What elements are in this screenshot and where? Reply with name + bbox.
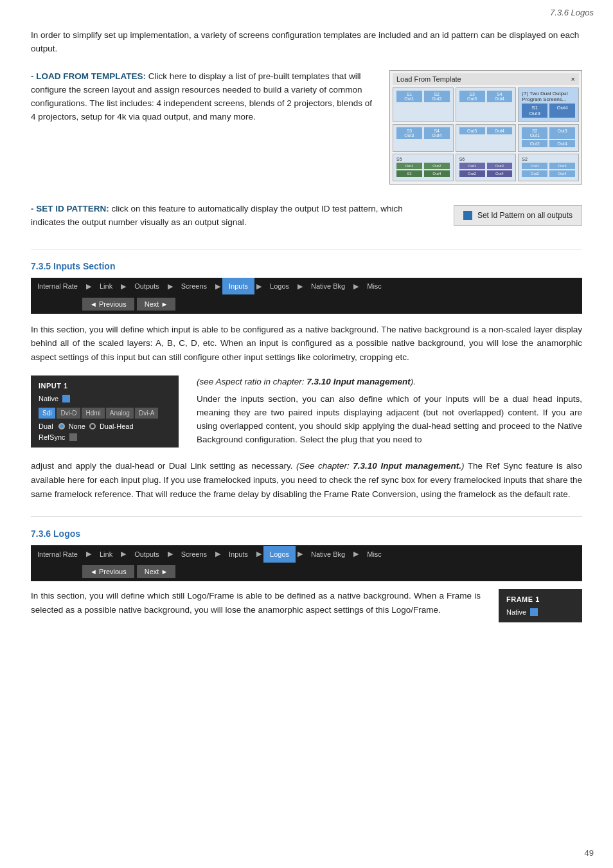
tab-dvia[interactable]: Dvi-A xyxy=(135,408,158,419)
nav-736-screens[interactable]: Screens xyxy=(175,546,213,563)
nav-735-bar: Internal Rate ▶ Link ▶ Outputs ▶ Screens… xyxy=(31,278,582,295)
dual-radio-group: None Dual-Head xyxy=(58,422,134,430)
dualhead-radio[interactable] xyxy=(89,423,96,429)
nav-736-arrow-1: ▶ xyxy=(84,545,93,563)
aspect-ratio-ref: (see Aspect ratio in chapter: 7.3.10 Inp… xyxy=(197,375,582,389)
page-number: 49 xyxy=(585,848,594,858)
template-item-4[interactable]: S3Out3 S4Out4 xyxy=(393,124,454,152)
sid-label: - SET ID PATTERN: xyxy=(31,204,109,213)
input-panel-title: INPUT 1 xyxy=(39,382,171,390)
nav-735-arrow-2: ▶ xyxy=(119,278,128,295)
divider-2 xyxy=(31,516,582,517)
lft-text: - LOAD FROM TEMPLATES: Click here to dis… xyxy=(31,70,374,124)
frame-native-label: Native xyxy=(506,608,526,616)
nav-735-arrow-6: ▶ xyxy=(296,278,305,295)
frame-native-row: Native xyxy=(506,608,574,616)
template-item-7[interactable]: S5 Out1 Out2 S2 Out4 xyxy=(393,154,454,181)
nav-736-arrow-2: ▶ xyxy=(119,545,128,563)
nav-735-prev-btn[interactable]: ◄ Previous xyxy=(82,298,134,311)
nav-736-inputs[interactable]: Inputs xyxy=(222,546,254,563)
refsync-checkbox[interactable] xyxy=(69,433,77,441)
nav-735-inputs[interactable]: Inputs xyxy=(222,278,254,294)
nav-735-misc[interactable]: Misc xyxy=(360,278,388,294)
nav-736-arrow-3: ▶ xyxy=(166,545,175,563)
set-id-pattern-button[interactable]: Set Id Pattern on all outputs xyxy=(454,205,582,226)
dual-label: Dual xyxy=(39,422,53,430)
nav-735-outputs[interactable]: Outputs xyxy=(128,278,166,294)
native-checkbox[interactable] xyxy=(62,395,70,402)
load-from-template-section: - LOAD FROM TEMPLATES: Click here to dis… xyxy=(31,70,582,185)
nav-735-internal-rate[interactable]: Internal Rate xyxy=(31,278,84,294)
nav-735-sub: ◄ Previous Next ► xyxy=(31,295,582,314)
tab-analog[interactable]: Analog xyxy=(106,408,134,419)
input-side-text: (see Aspect ratio in chapter: 7.3.10 Inp… xyxy=(197,375,582,447)
header-title: 7.3.6 Logos xyxy=(550,8,594,17)
template-dialog-header: Load From Template × xyxy=(393,73,579,85)
template-dialog-image: Load From Template × S1Out1 S2Out2 S3Out… xyxy=(389,70,582,185)
nav-736-link[interactable]: Link xyxy=(93,546,119,563)
nav-735-arrow-4: ▶ xyxy=(213,278,222,295)
divider-1 xyxy=(31,249,582,249)
none-label: None xyxy=(69,422,85,430)
nav-736-prev-btn[interactable]: ◄ Previous xyxy=(82,565,134,578)
template-item-5[interactable]: Out3 Out4 xyxy=(456,124,517,152)
nav-736-logos[interactable]: Logos xyxy=(263,546,296,563)
bottom-text: adjust and apply the dual-head or Dual L… xyxy=(31,459,582,501)
nav-736-arrow-5: ▶ xyxy=(254,545,263,563)
template-item-3[interactable]: (7) Two Dual Output Program Screens... S… xyxy=(518,87,579,122)
nav-736-arrow-7: ▶ xyxy=(351,545,360,563)
page-header: 7.3.6 Logos xyxy=(0,0,613,17)
nav-736-outputs[interactable]: Outputs xyxy=(128,546,166,563)
input-tabs: Sdi Dvi-D Hdmi Analog Dvi-A xyxy=(39,408,171,419)
nav-736-bar: Internal Rate ▶ Link ▶ Outputs ▶ Screens… xyxy=(31,545,582,563)
frame-panel-title: FRAME 1 xyxy=(506,595,574,603)
dualhead-label: Dual-Head xyxy=(100,422,134,430)
native-label: Native xyxy=(39,395,58,402)
intro-paragraph: In order to simplify set up implementati… xyxy=(31,29,582,56)
close-icon[interactable]: × xyxy=(571,75,575,83)
input-dual-row: Dual None Dual-Head xyxy=(39,422,171,430)
nav-736-native-bkg[interactable]: Native Bkg xyxy=(305,546,351,563)
nav-736-arrow-4: ▶ xyxy=(213,545,222,563)
nav-735-arrow-1: ▶ xyxy=(84,278,93,295)
nav-736-misc[interactable]: Misc xyxy=(360,546,388,563)
template-item-8[interactable]: S6 Out1 Out3 Out2 Out4 xyxy=(456,154,517,181)
nav-736-next-btn[interactable]: Next ► xyxy=(137,565,176,578)
template-grid: S1Out1 S2Out2 S3Out3 S4Out4 (7) Two Dual… xyxy=(393,87,579,181)
input-native-row: Native xyxy=(39,395,171,402)
none-radio[interactable] xyxy=(58,423,65,429)
section-736-header: 7.3.6 Logos xyxy=(31,529,582,539)
nav-736-internal-rate[interactable]: Internal Rate xyxy=(31,546,84,563)
tab-hdmi[interactable]: Hdmi xyxy=(82,408,104,419)
nav-736-arrow-6: ▶ xyxy=(296,545,305,563)
nav-735-native-bkg[interactable]: Native Bkg xyxy=(305,278,351,294)
input-side-paragraph: Under the inputs section, you can also d… xyxy=(197,393,582,447)
set-id-pattern-section: - SET ID PATTERN: click on this feature … xyxy=(31,203,582,230)
nav-735-next-btn[interactable]: Next ► xyxy=(137,298,176,311)
inputs-layout: INPUT 1 Native Sdi Dvi-D Hdmi Analog Dvi… xyxy=(31,375,582,448)
lft-label: - LOAD FROM TEMPLATES: xyxy=(31,71,146,81)
button-icon xyxy=(463,211,472,220)
nav-736-sub: ◄ Previous Next ► xyxy=(31,563,582,581)
template-item-6[interactable]: S2Out1 Out3 Out2 Out4 xyxy=(518,124,579,152)
template-item-9[interactable]: S2 Out1 Out3 Out2 Out4 xyxy=(518,154,579,181)
nav-735-arrow-5: ▶ xyxy=(254,278,263,295)
nav-735-wrapper: Internal Rate ▶ Link ▶ Outputs ▶ Screens… xyxy=(31,278,582,314)
tab-sdi[interactable]: Sdi xyxy=(39,408,55,419)
nav-736-wrapper: Internal Rate ▶ Link ▶ Outputs ▶ Screens… xyxy=(31,545,582,581)
template-item-2[interactable]: S3Out3 S4Out4 xyxy=(456,87,517,122)
template-item-1[interactable]: S1Out1 S2Out2 xyxy=(393,87,454,122)
input-refsync-row: RefSync xyxy=(39,433,171,441)
inputs-body-text: In this section, you will define which i… xyxy=(31,323,582,365)
nav-735-logos[interactable]: Logos xyxy=(263,278,296,294)
frame-1-panel: FRAME 1 Native xyxy=(499,589,582,622)
logos-body-text: In this section, you will define which s… xyxy=(31,589,481,617)
section-735-header: 7.3.5 Inputs Section xyxy=(31,261,582,271)
nav-735-link[interactable]: Link xyxy=(93,278,119,294)
sid-button-label: Set Id Pattern on all outputs xyxy=(477,211,573,220)
frame-native-checkbox[interactable] xyxy=(530,608,538,616)
refsync-label: RefSync xyxy=(39,433,66,441)
tab-dvid[interactable]: Dvi-D xyxy=(57,408,80,419)
template-dialog: Load From Template × S1Out1 S2Out2 S3Out… xyxy=(389,70,582,185)
nav-735-screens[interactable]: Screens xyxy=(175,278,213,294)
